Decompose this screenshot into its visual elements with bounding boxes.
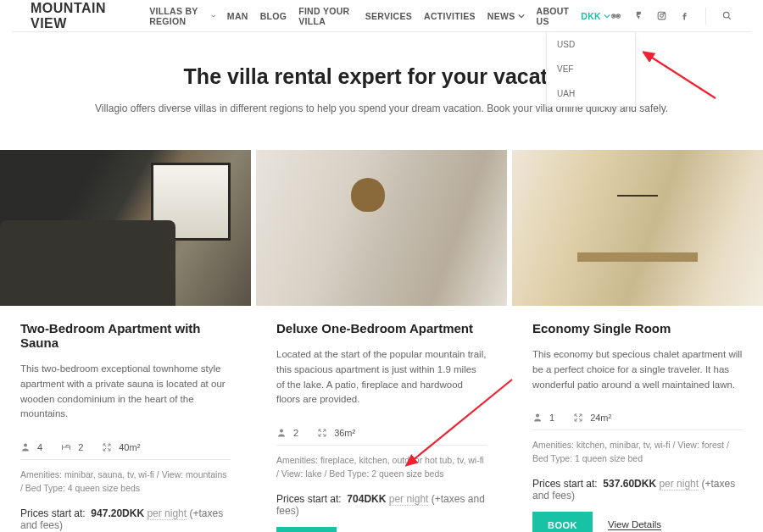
villa-card: Two-Bedroom Apartment with SaunaThis two…	[0, 150, 251, 532]
villa-card-row: Two-Bedroom Apartment with SaunaThis two…	[0, 150, 763, 532]
svg-point-10	[280, 429, 283, 433]
chevron-down-icon	[604, 13, 610, 19]
nav-item-about-us[interactable]: ABOUT US	[537, 6, 570, 26]
villa-title[interactable]: Deluxe One-Bedroom Apartment	[276, 321, 487, 335]
villa-image[interactable]	[256, 150, 507, 306]
size-meta: 36m²	[317, 428, 355, 438]
site-logo[interactable]: MOUNTAIN VIEW	[31, 1, 131, 31]
villa-price: Prices start at: 704DKK per night (+taxe…	[276, 488, 487, 527]
instagram-icon[interactable]	[656, 10, 667, 21]
chevron-down-icon	[518, 13, 525, 19]
facebook-icon[interactable]	[679, 10, 690, 21]
svg-line-8	[728, 17, 731, 19]
header-icons	[610, 8, 732, 25]
svg-point-3	[618, 15, 619, 16]
svg-point-11	[536, 414, 539, 418]
chevron-down-icon	[211, 13, 215, 19]
svg-point-6	[664, 13, 665, 14]
main-nav: VILLAS BY REGION MANBLOGFIND YOUR VILLAS…	[149, 6, 610, 26]
hero-section: The villa rental expert for your vacatio…	[0, 32, 763, 130]
search-icon[interactable]	[721, 10, 732, 21]
villa-description: Located at the start of the popular moun…	[276, 347, 487, 407]
villa-meta: 124m²	[532, 406, 743, 430]
size-meta: 24m²	[573, 413, 611, 423]
guests-meta: 4	[20, 442, 42, 452]
tripadvisor-icon[interactable]	[610, 10, 621, 21]
svg-point-9	[24, 444, 27, 447]
nav-item-news[interactable]: NEWS	[487, 6, 525, 26]
villa-meta: 236m²	[276, 421, 487, 446]
book-button[interactable]: BOOK	[276, 527, 337, 532]
expand-icon	[102, 442, 112, 452]
size-meta: 40m²	[102, 442, 140, 452]
person-icon	[532, 413, 543, 423]
expand-icon	[573, 413, 583, 423]
villa-meta: 4240m²	[20, 435, 231, 460]
guests-meta: 2	[276, 428, 298, 438]
person-icon	[20, 442, 31, 452]
bed-icon	[61, 442, 71, 452]
villa-card: Deluxe One-Bedroom ApartmentLocated at t…	[256, 150, 507, 532]
villa-image[interactable]	[0, 150, 251, 306]
currency-option-vef[interactable]: VEF	[547, 57, 635, 81]
currency-option-usd[interactable]: USD	[547, 32, 635, 57]
guests-meta: 1	[532, 413, 554, 423]
svg-point-2	[613, 15, 614, 16]
nav-item-villas-by-region[interactable]: VILLAS BY REGION	[149, 6, 215, 26]
villa-description: This economy but specious chalet apartme…	[532, 347, 743, 392]
svg-point-5	[660, 14, 664, 18]
nav-item-dkk[interactable]: DKK	[581, 6, 610, 26]
beds-meta: 2	[61, 442, 83, 452]
villa-description: This two-bedroom exceptional townhome st…	[20, 362, 231, 422]
villa-image[interactable]	[512, 150, 763, 306]
svg-point-7	[723, 12, 729, 18]
person-icon	[276, 428, 287, 438]
villa-tags: Amenities: fireplace, kitchen, outdoor h…	[276, 446, 487, 488]
villa-price: Prices start at: 537.60DKK per night (+t…	[532, 473, 743, 512]
expand-icon	[317, 428, 327, 438]
villa-tags: Amenities: kitchen, minibar, tv, wi-fi /…	[532, 430, 743, 473]
nav-item-man[interactable]: MAN	[227, 6, 248, 26]
currency-dropdown: USDVEFUAH	[546, 32, 636, 107]
villa-title[interactable]: Two-Bedroom Apartment with Sauna	[20, 321, 231, 350]
book-button[interactable]: BOOK	[532, 512, 593, 532]
nav-item-blog[interactable]: BLOG	[260, 6, 287, 26]
villa-tags: Amenities: minibar, sauna, tv, wi-fi / V…	[20, 460, 231, 502]
villa-title[interactable]: Economy Single Room	[532, 321, 743, 335]
nav-item-activities[interactable]: ACTIVITIES	[424, 6, 476, 26]
villa-price: Prices start at: 947.20DKK per night (+t…	[20, 502, 231, 532]
foursquare-icon[interactable]	[633, 10, 644, 21]
main-header: MOUNTAIN VIEW VILLAS BY REGION MANBLOGFI…	[12, 0, 751, 32]
villa-card: Economy Single RoomThis economy but spec…	[512, 150, 763, 532]
currency-option-uah[interactable]: UAH	[547, 81, 635, 106]
nav-item-find-your-villa[interactable]: FIND YOUR VILLA	[298, 6, 354, 26]
nav-item-services[interactable]: SERVICES	[365, 6, 412, 26]
view-details-link[interactable]: View Details	[608, 519, 661, 530]
